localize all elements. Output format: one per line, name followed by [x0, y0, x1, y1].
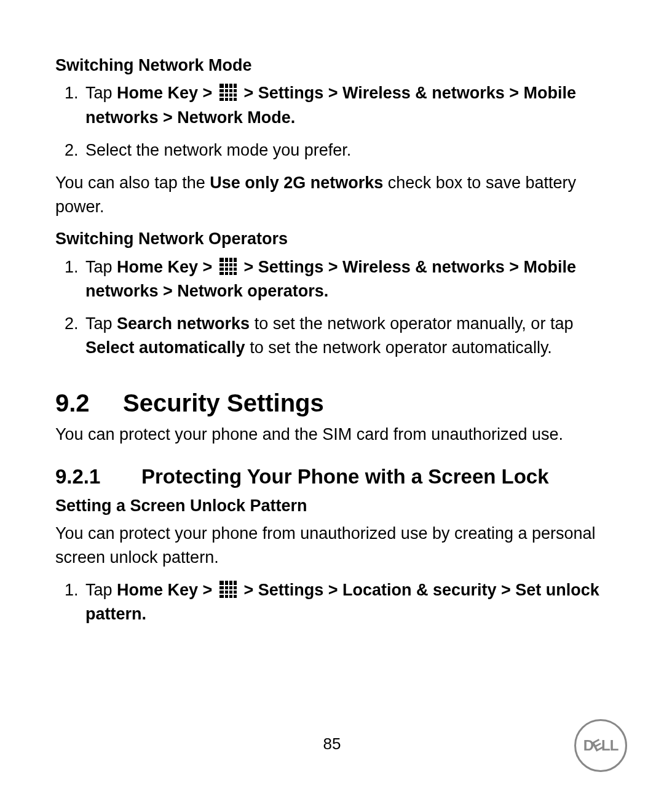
step-text-bold: Home Key >	[117, 258, 217, 276]
step-text-bold: Home Key >	[117, 84, 217, 102]
body-paragraph: You can also tap the Use only 2G network…	[55, 171, 609, 219]
step-text: Tap	[85, 314, 117, 333]
section-number: 9.2	[55, 388, 123, 418]
step-text: to set the network operator manually, or…	[250, 314, 573, 333]
page-number: 85	[0, 734, 664, 754]
list-item: Tap Home Key > > Settings > Location & s…	[83, 578, 609, 626]
step-text-bold: Select automatically	[85, 338, 245, 357]
subsection-number: 9.2.1	[55, 464, 141, 489]
subsection-heading-screen-lock: 9.2.1 Protecting Your Phone with a Scree…	[55, 464, 609, 489]
note-text: You can also tap the	[55, 173, 210, 192]
step-text: Tap	[85, 84, 117, 102]
subsection-title: Protecting Your Phone with a Screen Lock	[141, 464, 609, 489]
body-paragraph: You can protect your phone and the SIM c…	[55, 423, 609, 447]
list-item: Tap Search networks to set the network o…	[83, 312, 609, 360]
app-grid-icon	[219, 581, 237, 598]
step-text: Tap	[85, 258, 117, 276]
app-grid-icon	[219, 258, 237, 275]
section-heading-security-settings: 9.2 Security Settings	[55, 388, 609, 418]
dell-logo-letter: L	[610, 737, 619, 754]
app-grid-icon	[219, 84, 237, 101]
step-text-bold: Search networks	[117, 314, 250, 333]
list-item: Tap Home Key > > Settings > Wireless & n…	[83, 255, 609, 303]
heading-switching-network-operators: Switching Network Operators	[55, 228, 609, 250]
body-paragraph: You can protect your phone from unauthor…	[55, 522, 609, 570]
heading-switching-network-mode: Switching Network Mode	[55, 54, 609, 76]
steps-network-operators: Tap Home Key > > Settings > Wireless & n…	[55, 255, 609, 360]
step-text: Tap	[85, 581, 117, 599]
step-text-bold: Home Key >	[117, 581, 217, 599]
dell-logo-icon: DELL	[574, 719, 627, 772]
steps-network-mode: Tap Home Key > > Settings > Wireless & n…	[55, 81, 609, 162]
section-title: Security Settings	[123, 388, 324, 418]
step-text: Select the network mode you prefer.	[85, 141, 351, 159]
document-page: Switching Network Mode Tap Home Key > > …	[0, 0, 664, 812]
step-text: to set the network operator automaticall…	[245, 338, 552, 357]
steps-unlock-pattern: Tap Home Key > > Settings > Location & s…	[55, 578, 609, 626]
heading-setting-unlock-pattern: Setting a Screen Unlock Pattern	[55, 495, 609, 517]
list-item: Select the network mode you prefer.	[83, 138, 609, 162]
note-text-bold: Use only 2G networks	[210, 173, 383, 192]
list-item: Tap Home Key > > Settings > Wireless & n…	[83, 81, 609, 129]
